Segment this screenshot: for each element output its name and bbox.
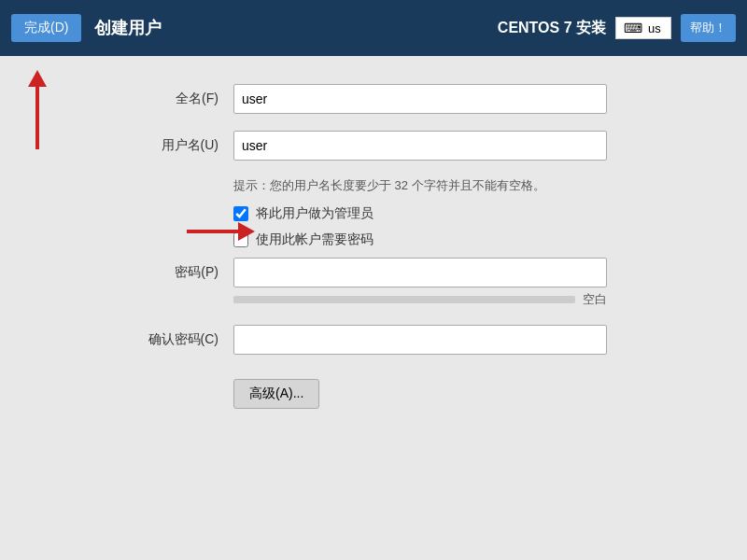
password-row: 密码(P) <box>140 258 607 287</box>
strength-bar-row: 空白 <box>233 291 607 308</box>
password-required-row: 使用此帐户需要密码 <box>233 231 607 248</box>
page-title: 创建用户 <box>94 17 162 39</box>
admin-checkbox-row: 将此用户做为管理员 <box>233 205 607 222</box>
admin-checkbox[interactable] <box>233 206 248 221</box>
arrow-right-line <box>187 230 238 233</box>
password-required-label[interactable]: 使用此帐户需要密码 <box>256 231 374 248</box>
confirm-input[interactable] <box>233 325 607 355</box>
password-label: 密码(P) <box>140 264 233 281</box>
arrow-right-head <box>238 222 255 241</box>
centos-title: CENTOS 7 安装 <box>498 19 606 38</box>
strength-bar <box>233 296 575 303</box>
keyboard-icon: ⌨ <box>624 21 642 35</box>
fullname-input[interactable] <box>233 84 607 114</box>
hint-text: 提示：您的用户名长度要少于 32 个字符并且不能有空格。 <box>233 177 607 194</box>
main-content: 全名(F) 用户名(U) 提示：您的用户名长度要少于 32 个字符并且不能有空格… <box>0 56 747 560</box>
keyboard-lang: us <box>648 21 661 35</box>
arrow-up-head <box>28 70 47 87</box>
password-input[interactable] <box>233 258 607 287</box>
keyboard-selector[interactable]: ⌨ us <box>615 17 671 39</box>
arrow-up-indicator <box>35 75 39 149</box>
form-container: 全名(F) 用户名(U) 提示：您的用户名长度要少于 32 个字符并且不能有空格… <box>140 84 607 409</box>
done-button[interactable]: 完成(D) <box>11 14 81 42</box>
fullname-row: 全名(F) <box>140 84 607 114</box>
username-label: 用户名(U) <box>140 137 233 154</box>
username-input[interactable] <box>233 131 607 161</box>
confirm-row: 确认密码(C) <box>140 325 607 355</box>
fullname-label: 全名(F) <box>140 91 233 107</box>
username-row: 用户名(U) <box>140 131 607 161</box>
arrow-right-indicator <box>187 222 255 241</box>
admin-checkbox-label[interactable]: 将此用户做为管理员 <box>256 205 374 222</box>
advanced-button[interactable]: 高级(A)... <box>233 379 319 409</box>
header: 完成(D) 创建用户 CENTOS 7 安装 ⌨ us 帮助！ <box>0 0 747 56</box>
help-button[interactable]: 帮助！ <box>681 14 736 42</box>
header-right: CENTOS 7 安装 ⌨ us 帮助！ <box>498 14 736 42</box>
confirm-label: 确认密码(C) <box>140 331 233 348</box>
header-left: 完成(D) 创建用户 <box>11 14 162 42</box>
strength-label: 空白 <box>583 291 607 308</box>
